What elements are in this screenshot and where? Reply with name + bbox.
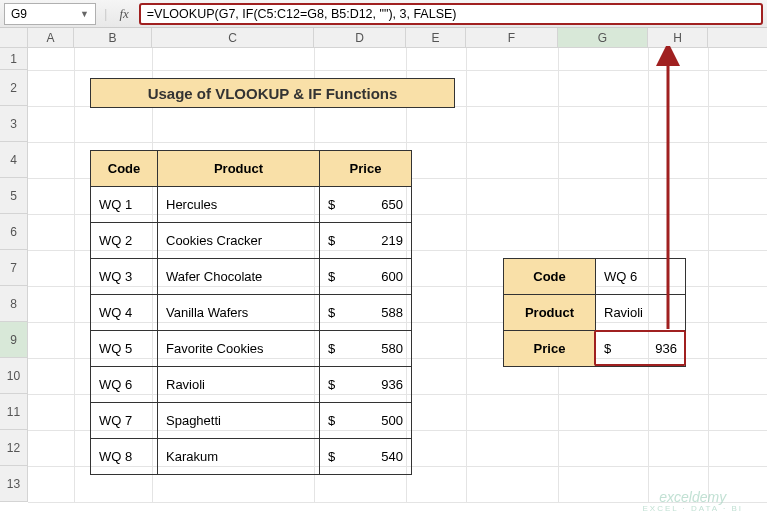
row-header-2[interactable]: 2 xyxy=(0,70,28,106)
column-header-H[interactable]: H xyxy=(648,28,708,47)
table-row: WQ 1 Hercules $650 xyxy=(91,187,412,223)
cell-product[interactable]: Karakum xyxy=(158,439,320,475)
lookup-price-value[interactable]: $936 xyxy=(596,331,686,367)
currency-symbol: $ xyxy=(328,197,335,212)
cell-product[interactable]: Favorite Cookies xyxy=(158,331,320,367)
lookup-product-row: Product Ravioli xyxy=(504,295,686,331)
cell-product[interactable]: Vanilla Wafers xyxy=(158,295,320,331)
row-header-12[interactable]: 12 xyxy=(0,430,28,466)
cell-product[interactable]: Ravioli xyxy=(158,367,320,403)
cell-code[interactable]: WQ 4 xyxy=(91,295,158,331)
title-banner: Usage of VLOOKUP & IF Functions xyxy=(90,78,455,108)
currency-symbol: $ xyxy=(328,269,335,284)
lookup-code-label[interactable]: Code xyxy=(504,259,596,295)
row-header-6[interactable]: 6 xyxy=(0,214,28,250)
name-box-value: G9 xyxy=(11,7,27,21)
cell-price[interactable]: $600 xyxy=(320,259,412,295)
row-header-13[interactable]: 13 xyxy=(0,466,28,502)
cells-area[interactable]: Usage of VLOOKUP & IF Functions Code Pro… xyxy=(28,48,767,502)
currency-symbol: $ xyxy=(328,305,335,320)
table-body: WQ 1 Hercules $650 WQ 2 Cookies Cracker … xyxy=(91,187,412,475)
row-header-4[interactable]: 4 xyxy=(0,142,28,178)
column-header-G[interactable]: G xyxy=(558,28,648,47)
separator: | xyxy=(102,6,109,21)
name-box[interactable]: G9 ▼ xyxy=(4,3,96,25)
lookup-product-value[interactable]: Ravioli xyxy=(596,295,686,331)
toolbar: G9 ▼ | fx =VLOOKUP(G7, IF(C5:C12=G8, B5:… xyxy=(0,0,767,28)
cell-product[interactable]: Cookies Cracker xyxy=(158,223,320,259)
column-header-B[interactable]: B xyxy=(74,28,152,47)
cell-price[interactable]: $650 xyxy=(320,187,412,223)
cell-code[interactable]: WQ 2 xyxy=(91,223,158,259)
cell-price[interactable]: $580 xyxy=(320,331,412,367)
cell-price[interactable]: $219 xyxy=(320,223,412,259)
row-headers: 12345678910111213 xyxy=(0,48,28,502)
row-header-11[interactable]: 11 xyxy=(0,394,28,430)
row-header-7[interactable]: 7 xyxy=(0,250,28,286)
column-header-C[interactable]: C xyxy=(152,28,314,47)
formula-text: =VLOOKUP(G7, IF(C5:C12=G8, B5:D12, ""), … xyxy=(147,7,457,21)
row-header-8[interactable]: 8 xyxy=(0,286,28,322)
table-row: WQ 5 Favorite Cookies $580 xyxy=(91,331,412,367)
row-header-10[interactable]: 10 xyxy=(0,358,28,394)
row-header-1[interactable]: 1 xyxy=(0,48,28,70)
header-product[interactable]: Product xyxy=(158,151,320,187)
cell-price[interactable]: $936 xyxy=(320,367,412,403)
lookup-price-row: Price $936 xyxy=(504,331,686,367)
cell-code[interactable]: WQ 1 xyxy=(91,187,158,223)
currency-symbol: $ xyxy=(328,341,335,356)
table-row: WQ 6 Ravioli $936 xyxy=(91,367,412,403)
column-header-A[interactable]: A xyxy=(28,28,74,47)
table-row: WQ 3 Wafer Chocolate $600 xyxy=(91,259,412,295)
table-row: WQ 4 Vanilla Wafers $588 xyxy=(91,295,412,331)
header-price[interactable]: Price xyxy=(320,151,412,187)
cell-code[interactable]: WQ 8 xyxy=(91,439,158,475)
row-header-5[interactable]: 5 xyxy=(0,178,28,214)
lookup-product-label[interactable]: Product xyxy=(504,295,596,331)
column-header-F[interactable]: F xyxy=(466,28,558,47)
watermark-sub: EXCEL · DATA · BI xyxy=(642,505,743,514)
lookup-price-label[interactable]: Price xyxy=(504,331,596,367)
cell-price[interactable]: $540 xyxy=(320,439,412,475)
formula-bar[interactable]: =VLOOKUP(G7, IF(C5:C12=G8, B5:D12, ""), … xyxy=(139,3,763,25)
lookup-price-number: 936 xyxy=(655,341,677,356)
cell-code[interactable]: WQ 5 xyxy=(91,331,158,367)
lookup-table: Code WQ 6 Product Ravioli Price $936 xyxy=(503,258,686,367)
row-header-3[interactable]: 3 xyxy=(0,106,28,142)
row-header-9[interactable]: 9 xyxy=(0,322,28,358)
cell-code[interactable]: WQ 3 xyxy=(91,259,158,295)
currency-symbol: $ xyxy=(328,449,335,464)
cell-code[interactable]: WQ 6 xyxy=(91,367,158,403)
cell-product[interactable]: Hercules xyxy=(158,187,320,223)
fx-icon[interactable]: fx xyxy=(115,6,132,22)
title-text: Usage of VLOOKUP & IF Functions xyxy=(148,85,398,102)
currency-symbol: $ xyxy=(604,341,611,356)
column-header-E[interactable]: E xyxy=(406,28,466,47)
cell-price[interactable]: $588 xyxy=(320,295,412,331)
watermark: exceldemy EXCEL · DATA · BI xyxy=(642,490,743,514)
column-headers: ABCDEFGH xyxy=(0,28,767,48)
column-header-D[interactable]: D xyxy=(314,28,406,47)
currency-symbol: $ xyxy=(328,413,335,428)
table-row: WQ 7 Spaghetti $500 xyxy=(91,403,412,439)
select-all-corner[interactable] xyxy=(0,28,28,47)
cell-price[interactable]: $500 xyxy=(320,403,412,439)
watermark-main: exceldemy xyxy=(642,490,743,505)
cell-product[interactable]: Wafer Chocolate xyxy=(158,259,320,295)
cell-code[interactable]: WQ 7 xyxy=(91,403,158,439)
currency-symbol: $ xyxy=(328,233,335,248)
cell-product[interactable]: Spaghetti xyxy=(158,403,320,439)
header-code[interactable]: Code xyxy=(91,151,158,187)
table-row: WQ 2 Cookies Cracker $219 xyxy=(91,223,412,259)
table-header-row: Code Product Price xyxy=(91,151,412,187)
chevron-down-icon[interactable]: ▼ xyxy=(80,9,89,19)
data-table: Code Product Price WQ 1 Hercules $650 WQ… xyxy=(90,150,412,475)
lookup-code-value[interactable]: WQ 6 xyxy=(596,259,686,295)
currency-symbol: $ xyxy=(328,377,335,392)
lookup-code-row: Code WQ 6 xyxy=(504,259,686,295)
table-row: WQ 8 Karakum $540 xyxy=(91,439,412,475)
